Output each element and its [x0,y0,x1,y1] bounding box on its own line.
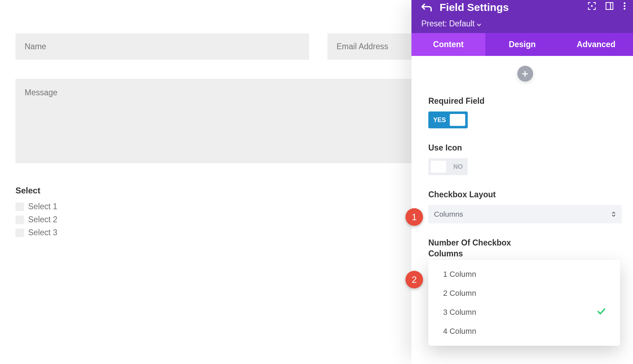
panel-title: Field Settings [440,1,509,13]
toggle-yes-label: YES [433,116,446,124]
panel-header-icons [588,2,626,10]
form-preview: Select Select 1 Select 2 Select 3 [0,0,411,241]
num-columns-dropdown: 1 Column 2 Column 3 Column 4 Column [428,260,620,346]
use-icon-label: Use Icon [428,143,622,153]
preset-value: Default [449,19,475,28]
svg-point-4 [624,5,626,7]
snap-icon[interactable] [606,2,613,10]
checkbox-label: Select 1 [28,202,57,211]
dropdown-item-label: 2 Column [443,289,476,298]
checkbox-list: Select 1 Select 2 Select 3 [15,202,411,237]
fullscreen-icon[interactable] [588,2,596,10]
dropdown-item-label: 3 Column [443,308,476,317]
select-heading: Select [15,186,411,196]
select-value: Columns [434,210,463,218]
svg-rect-1 [606,2,613,9]
checkbox-item[interactable]: Select 2 [15,215,411,224]
toggle-no-label: NO [453,163,463,171]
tab-content[interactable]: Content [411,33,485,56]
toggle-knob [450,114,465,126]
panel-tabs: Content Design Advanced [411,33,633,56]
checkbox-label: Select 3 [28,228,57,237]
checkbox-layout-select[interactable]: Columns [428,205,622,223]
checkbox-item[interactable]: Select 3 [15,228,411,237]
settings-panel: Field Settings [411,0,633,364]
checkbox-box-icon[interactable] [15,216,24,224]
checkbox-label: Select 2 [28,215,57,224]
back-arrow-icon[interactable] [421,3,432,12]
annotation-badge-2: 2 [405,271,423,288]
dropdown-item-label: 1 Column [443,270,476,279]
tab-advanced[interactable]: Advanced [559,33,633,56]
preset-label: Preset: [421,19,447,28]
dropdown-item-2-column[interactable]: 2 Column [428,284,620,303]
plus-icon [522,70,529,77]
panel-header: Field Settings [411,0,633,33]
panel-body: Required Field YES Use Icon NO Checkbox … [411,56,633,259]
checkbox-box-icon[interactable] [15,229,24,237]
required-field-label: Required Field [428,96,622,106]
svg-point-5 [624,8,626,10]
add-button[interactable] [517,66,533,82]
use-icon-toggle[interactable]: NO [428,158,468,175]
name-field[interactable] [15,33,309,60]
toggle-knob [431,161,446,173]
more-icon[interactable] [623,2,626,10]
dropdown-item-label: 4 Column [443,327,476,336]
svg-point-3 [624,2,626,4]
caret-down-icon [477,19,481,28]
select-caret-icon [612,212,615,217]
form-row-1 [15,33,411,60]
checkbox-layout-label: Checkbox Layout [428,190,622,199]
checkbox-box-icon[interactable] [15,203,24,211]
dropdown-item-3-column[interactable]: 3 Column [428,303,620,322]
tab-design[interactable]: Design [485,33,559,56]
svg-point-0 [591,5,593,7]
annotation-badge-1: 1 [405,208,423,226]
dropdown-item-1-column[interactable]: 1 Column [428,265,620,284]
add-item-row [428,66,622,82]
required-field-toggle[interactable]: YES [428,111,468,128]
preset-row[interactable]: Preset: Default [421,19,623,28]
check-icon [597,308,605,317]
num-columns-label: Number Of Checkbox Columns [428,237,520,259]
dropdown-item-4-column[interactable]: 4 Column [428,322,620,341]
checkbox-item[interactable]: Select 1 [15,202,411,211]
